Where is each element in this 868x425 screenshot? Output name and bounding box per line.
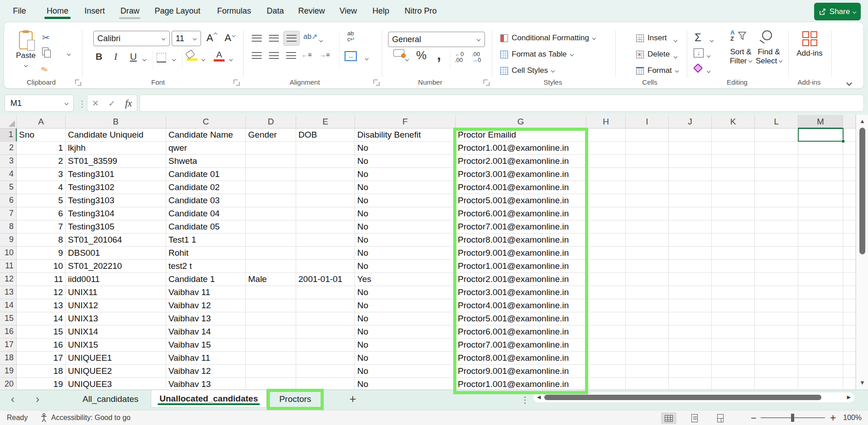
cell-B17[interactable]: UNIX15 — [66, 339, 166, 352]
cell-H16[interactable] — [586, 325, 626, 339]
cell-A18[interactable]: 17 — [17, 352, 66, 365]
row-header-9[interactable]: 9 — [0, 234, 17, 247]
row-header-6[interactable]: 6 — [0, 194, 17, 207]
cell-F7[interactable]: No — [355, 207, 456, 220]
cell-J5[interactable] — [669, 181, 712, 194]
cell-D13[interactable] — [246, 286, 296, 299]
cell-C9[interactable]: Test1 1 — [166, 234, 246, 247]
column-header-K[interactable]: K — [712, 115, 755, 129]
cell-M4[interactable] — [798, 168, 843, 181]
cell-L7[interactable] — [755, 207, 798, 220]
cell-K19[interactable] — [712, 365, 755, 378]
borders-caret-icon[interactable] — [173, 56, 175, 64]
cell-H1[interactable] — [586, 129, 626, 142]
cell-N2[interactable] — [843, 142, 856, 155]
cell-D3[interactable] — [246, 155, 296, 168]
cell-N10[interactable] — [843, 247, 856, 260]
row-header-17[interactable]: 17 — [0, 339, 17, 352]
row-header-7[interactable]: 7 — [0, 207, 17, 220]
cell-H11[interactable] — [586, 260, 626, 273]
cell-K3[interactable] — [712, 155, 755, 168]
cell-J19[interactable] — [669, 365, 712, 378]
cell-F13[interactable]: No — [355, 286, 456, 299]
cell-H10[interactable] — [586, 247, 626, 260]
cell-E3[interactable] — [296, 155, 355, 168]
cell-H5[interactable] — [586, 181, 626, 194]
cell-F1[interactable]: Disability Benefit — [355, 129, 456, 142]
cell-L4[interactable] — [755, 168, 798, 181]
cell-N15[interactable] — [843, 312, 856, 325]
cell-B12[interactable]: iidd0011 — [66, 273, 166, 286]
cell-I13[interactable] — [626, 286, 669, 299]
alignment-dialog-launcher-icon[interactable] — [374, 80, 379, 85]
column-header-J[interactable]: J — [669, 115, 712, 129]
cell-C3[interactable]: Shweta — [166, 155, 246, 168]
cell-K10[interactable] — [712, 247, 755, 260]
cell-A8[interactable]: 7 — [17, 220, 66, 234]
name-box[interactable]: M1 — [5, 95, 74, 112]
cell-N18[interactable] — [843, 352, 856, 365]
cell-F14[interactable]: No — [355, 299, 456, 312]
cell-K16[interactable] — [712, 325, 755, 339]
cell-M11[interactable] — [798, 260, 843, 273]
cell-K6[interactable] — [712, 194, 755, 207]
fx-icon[interactable]: fx — [125, 98, 132, 109]
zoom-in-button[interactable]: + — [830, 412, 836, 424]
cell-M16[interactable] — [798, 325, 843, 339]
column-header-L[interactable]: L — [755, 115, 798, 129]
cell-C14[interactable]: Vaibhav 12 — [166, 299, 246, 312]
cell-F17[interactable]: No — [355, 339, 456, 352]
cell-N19[interactable] — [843, 365, 856, 378]
cell-K18[interactable] — [712, 352, 755, 365]
cell-N14[interactable] — [843, 299, 856, 312]
format-painter-button[interactable]: ✎ — [41, 65, 48, 75]
font-size-select[interactable]: 11 — [172, 31, 201, 46]
row-header-15[interactable]: 15 — [0, 312, 17, 325]
cell-I4[interactable] — [626, 168, 669, 181]
paste-button[interactable]: Paste — [12, 30, 39, 74]
delete-cells-button[interactable]: × Delete — [636, 48, 670, 61]
cell-B14[interactable]: UNIX12 — [66, 299, 166, 312]
addins-button[interactable]: Add-ins — [795, 30, 825, 58]
row-header-20[interactable]: 20 — [0, 378, 17, 389]
cell-D7[interactable] — [246, 207, 296, 220]
align-middle-button[interactable] — [269, 35, 279, 43]
cell-E17[interactable] — [296, 339, 355, 352]
cell-A3[interactable]: 2 — [17, 155, 66, 168]
cell-F4[interactable]: No — [355, 168, 456, 181]
cell-J3[interactable] — [669, 155, 712, 168]
number-dialog-launcher-icon[interactable] — [484, 80, 489, 85]
zoom-out-button[interactable]: − — [751, 412, 757, 424]
row-header-19[interactable]: 19 — [0, 365, 17, 378]
cancel-icon[interactable]: × — [92, 99, 99, 108]
cell-M18[interactable] — [798, 352, 843, 365]
cell-A4[interactable]: 3 — [17, 168, 66, 181]
sheet-tab-all-candidates[interactable]: All_candidates — [70, 390, 151, 408]
cell-I17[interactable] — [626, 339, 669, 352]
comma-style-button[interactable]: , — [437, 47, 441, 63]
cell-H18[interactable] — [586, 352, 626, 365]
cell-J8[interactable] — [669, 220, 712, 234]
cell-D15[interactable] — [246, 312, 296, 325]
cell-D17[interactable] — [246, 339, 296, 352]
cell-H2[interactable] — [586, 142, 626, 155]
cell-I9[interactable] — [626, 234, 669, 247]
cell-F19[interactable]: No — [355, 365, 456, 378]
conditional-formatting-button[interactable]: Conditional Formatting — [500, 31, 595, 45]
cell-styles-button[interactable]: Cell Styles — [500, 64, 554, 77]
accounting-format-button[interactable] — [393, 49, 404, 57]
sheet-nav-right-icon[interactable]: › — [36, 393, 39, 406]
cell-C1[interactable]: Candidate Name — [166, 129, 246, 142]
row-header-4[interactable]: 4 — [0, 168, 17, 181]
fill-button[interactable]: ↓ — [694, 48, 704, 57]
cell-C17[interactable]: Vaibhav 15 — [166, 339, 246, 352]
cell-J2[interactable] — [669, 142, 712, 155]
tab-data[interactable]: Data — [267, 6, 284, 16]
cell-L10[interactable] — [755, 247, 798, 260]
format-cells-button[interactable]: Format — [636, 64, 678, 77]
cell-C8[interactable]: Candidate 05 — [166, 220, 246, 234]
cell-D20[interactable] — [246, 378, 296, 389]
cell-L9[interactable] — [755, 234, 798, 247]
number-format-select[interactable]: General — [388, 32, 485, 47]
cell-H8[interactable] — [586, 220, 626, 234]
